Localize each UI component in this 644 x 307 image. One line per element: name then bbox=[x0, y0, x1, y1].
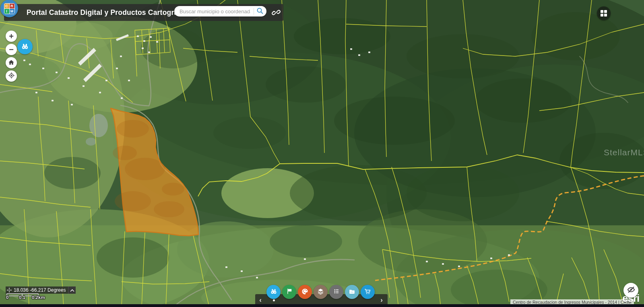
link-icon bbox=[272, 8, 281, 18]
palette-icon bbox=[301, 288, 309, 297]
map-viewer: StellarMLS Portal Catastro Digital y Pro… bbox=[0, 0, 644, 307]
tool-cart-button[interactable] bbox=[361, 285, 375, 299]
search-bar bbox=[174, 6, 266, 16]
scale-label-end: 0.2km bbox=[32, 295, 45, 300]
zoom-in-button[interactable]: + bbox=[6, 31, 17, 42]
search-icon bbox=[256, 7, 264, 16]
tool-layers-button[interactable] bbox=[314, 285, 328, 299]
satellite-map[interactable] bbox=[0, 0, 644, 307]
tool-legend-button[interactable] bbox=[329, 285, 343, 299]
scale-label-mid: 0.1 bbox=[19, 295, 25, 300]
toolbar-page-indicator bbox=[273, 299, 275, 301]
hide-attribution-button[interactable] bbox=[623, 283, 638, 298]
locate-icon bbox=[8, 72, 15, 80]
basemap-gallery-button[interactable] bbox=[597, 6, 611, 20]
share-link-button[interactable] bbox=[270, 8, 282, 18]
bottom-strip bbox=[0, 304, 644, 307]
tool-flag-button[interactable] bbox=[282, 285, 296, 299]
binoculars-icon bbox=[21, 42, 29, 52]
collapse-coordinates-button[interactable] bbox=[68, 286, 76, 294]
search-parcel-button[interactable] bbox=[17, 39, 33, 54]
tool-files-button[interactable] bbox=[345, 285, 359, 299]
crim-logo-letters: C R I M bbox=[4, 3, 15, 14]
eye-slash-icon bbox=[627, 285, 636, 295]
toolbar-next-button[interactable]: › bbox=[378, 295, 386, 305]
scale-label-start: 0 bbox=[6, 295, 8, 300]
search-input[interactable] bbox=[174, 8, 254, 14]
page-title: Portal Catastro Digital y Productos Cart… bbox=[27, 8, 195, 17]
folder-icon bbox=[348, 288, 356, 297]
crim-logo: C R I M bbox=[0, 0, 18, 17]
my-location-button[interactable] bbox=[6, 70, 17, 82]
flag-icon bbox=[286, 288, 293, 296]
home-extent-button[interactable] bbox=[6, 57, 17, 68]
zoom-out-button[interactable]: − bbox=[6, 44, 17, 55]
layers-icon bbox=[317, 288, 324, 297]
grid-icon bbox=[601, 10, 607, 16]
cart-icon bbox=[364, 288, 372, 297]
home-icon bbox=[8, 59, 14, 67]
tool-draw-button[interactable] bbox=[298, 285, 312, 299]
legend-list-icon bbox=[333, 288, 340, 296]
toolbar-prev-button[interactable]: ‹ bbox=[256, 295, 264, 305]
chevron-up-icon bbox=[70, 287, 74, 293]
search-button[interactable] bbox=[254, 6, 266, 16]
tool-binoculars-button[interactable] bbox=[266, 285, 281, 299]
binoculars-icon bbox=[270, 287, 278, 297]
